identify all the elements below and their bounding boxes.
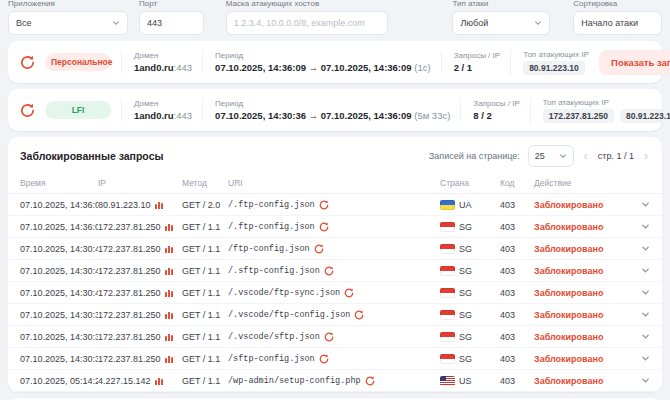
- action-status: Заблокировано: [534, 244, 603, 254]
- attack-repeat-icon: [20, 55, 35, 70]
- filter-attack-type: Тип атаки Любой: [452, 0, 550, 35]
- host-mask-label: Маска атакующих хостов: [226, 0, 389, 8]
- requests-label: Запросы / IP: [473, 99, 520, 108]
- request-time: 07.10.2025, 05:14:28: [8, 370, 98, 392]
- chevron-down-icon[interactable]: [641, 266, 650, 275]
- action-status: Заблокировано: [534, 266, 603, 276]
- country-flag-icon: [440, 310, 455, 320]
- table-row: 07.10.2025, 14:30:37 172.237.81.250 GET …: [8, 348, 662, 370]
- per-page-value: 25: [535, 151, 545, 161]
- country-code: SG: [459, 266, 472, 276]
- table-row: 07.10.2025, 05:14:28 4.227.15.142 GET / …: [8, 370, 662, 392]
- col-header-action: Действие: [534, 173, 662, 194]
- repeat-request-icon[interactable]: [324, 332, 334, 342]
- ip-stats-icon[interactable]: [165, 223, 173, 231]
- ip-stats-icon[interactable]: [155, 201, 163, 209]
- ip-stats-icon[interactable]: [165, 311, 173, 319]
- country-code: US: [459, 376, 472, 386]
- period-column: Период 07.10.2025, 14:36:09 → 07.10.2025…: [202, 51, 431, 73]
- ip-chip[interactable]: 80.91.223.10: [620, 109, 670, 123]
- ip-chip[interactable]: 80.91.223.10: [523, 61, 585, 75]
- arrow-icon: →: [309, 62, 319, 73]
- page-prev-button[interactable]: ‹: [582, 150, 590, 162]
- chevron-down-icon[interactable]: [641, 376, 650, 385]
- page-indicator: стр. 1 / 1: [598, 151, 634, 161]
- request-ip: 172.237.81.250: [98, 310, 161, 320]
- host-mask-input[interactable]: [226, 11, 389, 35]
- repeat-request-icon[interactable]: [314, 244, 324, 254]
- repeat-request-icon[interactable]: [319, 222, 329, 232]
- ip-stats-icon[interactable]: [165, 355, 173, 363]
- col-header-country: Страна: [440, 173, 500, 194]
- request-uri: /.vscode/sftp.json: [228, 332, 320, 342]
- repeat-request-icon[interactable]: [365, 376, 375, 386]
- port-input[interactable]: [139, 11, 204, 35]
- domain-port: :443: [174, 62, 193, 73]
- request-time: 07.10.2025, 14:30:39: [8, 304, 98, 326]
- request-uri: /.ftp-config.json: [228, 200, 315, 210]
- domain-value: 1and0.ru: [134, 110, 174, 121]
- chevron-down-icon[interactable]: [641, 288, 650, 297]
- chevron-down-icon[interactable]: [641, 244, 650, 253]
- page: Приложения Все Порт Маска атакующих хост…: [0, 0, 670, 400]
- action-status: Заблокировано: [534, 310, 603, 320]
- ip-stats-icon[interactable]: [155, 377, 163, 385]
- request-uri: /ftp-config.json: [228, 244, 310, 254]
- table-row: 07.10.2025, 14:30:47 172.237.81.250 GET …: [8, 238, 662, 260]
- ip-stats-icon[interactable]: [165, 289, 173, 297]
- chevron-down-icon[interactable]: [641, 222, 650, 231]
- response-code: 403: [500, 370, 534, 392]
- ip-stats-icon[interactable]: [165, 333, 173, 341]
- action-status: Заблокировано: [534, 200, 603, 210]
- request-ip: 172.237.81.250: [98, 288, 161, 298]
- domain-port: :443: [174, 110, 193, 121]
- request-ip: 172.237.81.250: [98, 354, 161, 364]
- per-page-select[interactable]: 25: [528, 145, 574, 167]
- filter-applications: Приложения Все: [8, 0, 128, 35]
- table-row: 07.10.2025, 14:36:09 80.91.223.10 GET / …: [8, 194, 662, 216]
- request-time: 07.10.2025, 14:30:37: [8, 348, 98, 370]
- sort-select[interactable]: Начало атаки: [573, 11, 662, 35]
- repeat-request-icon[interactable]: [354, 310, 364, 320]
- request-time: 07.10.2025, 14:30:41: [8, 282, 98, 304]
- panel-header: Заблокированные запросы Записей на стран…: [8, 137, 662, 173]
- requests-value: 8 / 2: [473, 110, 520, 121]
- applications-select[interactable]: Все: [8, 11, 128, 35]
- request-time: 07.10.2025, 14:36:09: [8, 216, 98, 238]
- attack-type-select[interactable]: Любой: [452, 11, 550, 35]
- col-header-method: Метод: [182, 173, 228, 194]
- action-status: Заблокировано: [534, 354, 603, 364]
- chevron-down-icon[interactable]: [641, 310, 650, 319]
- attack-card: LFI Домен 1and0.ru:443 Период 07.10.2025…: [8, 89, 662, 131]
- sort-value: Начало атаки: [581, 18, 638, 28]
- ip-chip[interactable]: 172.237.81.250: [543, 109, 614, 123]
- blocked-requests-panel: Заблокированные запросы Записей на стран…: [8, 137, 662, 392]
- ip-stats-icon[interactable]: [165, 267, 173, 275]
- repeat-request-icon[interactable]: [319, 200, 329, 210]
- show-requests-button[interactable]: Показать запросы: [599, 50, 670, 75]
- country-code: SG: [459, 244, 472, 254]
- pagination-controls: Записей на странице: 25 ‹ стр. 1 / 1 ›: [429, 145, 650, 167]
- table-row: 07.10.2025, 14:36:09 172.237.81.250 GET …: [8, 216, 662, 238]
- repeat-request-icon[interactable]: [344, 288, 354, 298]
- action-status: Заблокировано: [534, 288, 603, 298]
- ip-stats-icon[interactable]: [165, 245, 173, 253]
- request-uri: /wp-admin/setup-config.php: [228, 376, 361, 386]
- repeat-request-icon[interactable]: [319, 354, 329, 364]
- period-duration: (5м 33с): [414, 110, 450, 121]
- country-flag-icon: [440, 266, 455, 276]
- chevron-down-icon[interactable]: [641, 200, 650, 209]
- page-next-button[interactable]: ›: [642, 150, 650, 162]
- table-header-row: Время IP Метод URI Страна Код Действие: [8, 173, 662, 194]
- attack-type-badge: Персональное: [45, 53, 111, 71]
- country-flag-icon: [440, 222, 455, 232]
- chevron-down-icon[interactable]: [641, 354, 650, 363]
- requests-value: 2 / 1: [454, 62, 501, 73]
- attack-type-value: Любой: [460, 18, 488, 28]
- repeat-request-icon[interactable]: [324, 266, 334, 276]
- chevron-down-icon[interactable]: [641, 332, 650, 341]
- filter-port: Порт: [139, 0, 204, 35]
- attack-type-badge: LFI: [45, 101, 111, 119]
- action-status: Заблокировано: [534, 222, 603, 232]
- country-flag-icon: [440, 332, 455, 342]
